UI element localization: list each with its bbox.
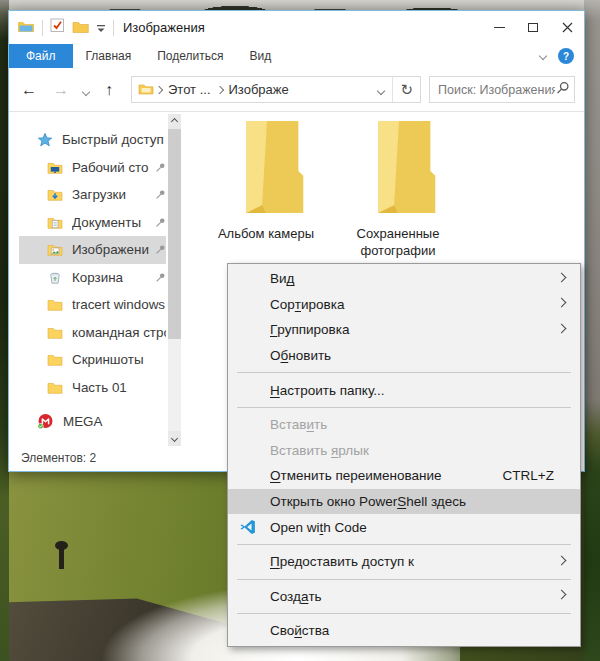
sidebar-item-recycle-bin[interactable]: Корзина — [19, 264, 166, 292]
menu-item-refresh[interactable]: Обновить — [228, 343, 580, 369]
tab-view[interactable]: Вид — [236, 44, 284, 68]
breadcrumb-this-pc[interactable]: Этот ... — [164, 82, 215, 97]
sidebar-item-part-01[interactable]: Часть 01 — [19, 374, 166, 402]
downloads-folder-icon — [47, 187, 63, 202]
maximize-icon — [528, 23, 538, 32]
menu-item-open-powershell[interactable]: Открыть окно PowerShell здесь — [228, 489, 580, 515]
folder-tile-saved-photos[interactable]: Сохраненные фотографии — [333, 116, 463, 259]
chevron-right-icon — [557, 272, 567, 282]
search-input[interactable] — [438, 83, 555, 97]
documents-folder-icon — [47, 215, 63, 230]
sidebar-item-desktop[interactable]: Рабочий сто — [19, 154, 166, 182]
address-bar[interactable]: Этот ... Изображе ↻ — [131, 76, 421, 103]
pin-icon — [155, 189, 166, 200]
chevron-right-icon — [557, 590, 567, 600]
pin-icon — [155, 217, 166, 228]
quick-access-star-icon — [37, 132, 53, 148]
menu-item-label: Предоставить доступ к — [270, 554, 414, 569]
menu-item-label: Сортировка — [270, 297, 344, 312]
chevron-up-icon — [171, 118, 178, 125]
up-button[interactable]: ↑ — [101, 78, 117, 102]
scrollbar-down-button[interactable] — [168, 431, 181, 446]
menu-separator — [237, 613, 571, 614]
menu-item-label: Вид — [270, 271, 294, 286]
folder-label: Сохраненные — [357, 225, 440, 242]
sidebar-item-pictures[interactable]: Изображени — [19, 236, 166, 264]
navigation-bar: ← → ↑ Этот ... Изображе ↻ — [9, 68, 584, 112]
sidebar-item-quick-access[interactable]: Быстрый доступ — [19, 126, 166, 154]
folder-icon — [47, 297, 63, 312]
chevron-down-icon — [171, 435, 178, 442]
minimize-button[interactable] — [482, 11, 516, 44]
address-folder-icon — [138, 82, 154, 98]
context-menu: Вид Сортировка Группировка Обновить Наст… — [227, 263, 581, 647]
pin-icon — [155, 162, 166, 173]
menu-item-new[interactable]: Создать — [228, 584, 580, 610]
tab-home[interactable]: Главная — [73, 44, 145, 68]
sidebar-item-screenshots[interactable]: Скриншоты — [19, 346, 166, 374]
vscode-icon — [239, 519, 256, 536]
sidebar-item-mega[interactable]: MEGA — [19, 408, 166, 436]
close-button[interactable] — [550, 11, 584, 44]
scrollbar-thumb[interactable] — [168, 129, 181, 339]
recent-locations-icon[interactable] — [83, 81, 89, 99]
folder-icon — [47, 325, 63, 340]
chevron-right-icon — [557, 555, 567, 565]
menu-item-view[interactable]: Вид — [228, 266, 580, 292]
menu-item-open-with-code[interactable]: Open with Code — [228, 514, 580, 540]
forward-button[interactable]: → — [49, 78, 73, 102]
menu-item-label: Открыть окно PowerShell здесь — [270, 494, 466, 509]
menu-item-label: Группировка — [270, 322, 349, 337]
breadcrumb-chevron-icon — [155, 85, 163, 93]
menu-item-label: Отменить переименование — [270, 468, 442, 483]
folder-icon — [47, 380, 63, 395]
menu-item-paste-shortcut: Вставить ярлык — [228, 438, 580, 464]
tab-share[interactable]: Поделиться — [144, 44, 236, 68]
maximize-button[interactable] — [516, 11, 550, 44]
refresh-icon[interactable]: ↻ — [393, 81, 420, 99]
items-count: Элементов: 2 — [21, 451, 96, 465]
scrollbar-up-button[interactable] — [168, 114, 181, 129]
search-icon[interactable] — [555, 81, 570, 99]
sidebar-item-komandnaya-stroka[interactable]: командная стро — [19, 319, 166, 347]
sidebar-item-tracert-windows[interactable]: tracert windows — [19, 291, 166, 319]
title-bar: Изображения — [9, 11, 584, 44]
quick-access-toolbar — [9, 18, 114, 37]
tab-file[interactable]: Файл — [9, 44, 73, 68]
breadcrumb-current-folder[interactable]: Изображе — [225, 82, 293, 97]
menu-separator — [237, 544, 571, 545]
desktop-folder-icon — [47, 160, 63, 175]
folder-tile-camera-album[interactable]: Альбом камеры — [201, 116, 331, 242]
window-title: Изображения — [123, 20, 205, 35]
back-button[interactable]: ← — [17, 78, 41, 102]
help-icon[interactable]: ? — [558, 48, 574, 64]
mega-icon — [37, 413, 54, 430]
sidebar-item-downloads[interactable]: Загрузки — [19, 181, 166, 209]
new-folder-icon[interactable] — [72, 19, 89, 37]
menu-separator — [237, 579, 571, 580]
menu-item-undo-rename[interactable]: Отменить переименование CTRL+Z — [228, 463, 580, 489]
menu-item-give-access[interactable]: Предоставить доступ к — [228, 549, 580, 575]
large-folder-icon — [221, 116, 311, 222]
menu-item-properties[interactable]: Свойства — [228, 618, 580, 644]
expand-ribbon-icon[interactable] — [539, 52, 547, 60]
menu-item-label: Создать — [270, 589, 322, 604]
menu-item-paste: Вставить — [228, 412, 580, 438]
address-dropdown-icon[interactable] — [370, 82, 392, 97]
folder-icon — [47, 352, 63, 367]
sidebar-item-documents[interactable]: Документы — [19, 209, 166, 237]
ribbon-tabs: Файл Главная Поделиться Вид ? — [9, 44, 584, 68]
menu-shortcut: CTRL+Z — [503, 468, 568, 483]
sidebar-scrollbar[interactable] — [168, 114, 181, 446]
menu-item-sort[interactable]: Сортировка — [228, 292, 580, 318]
menu-item-customize-folder[interactable]: Настроить папку... — [228, 377, 580, 403]
wallpaper-right-strip — [584, 0, 600, 661]
customize-toolbar-dropdown-icon[interactable] — [96, 19, 106, 37]
menu-item-group[interactable]: Группировка — [228, 317, 580, 343]
close-icon — [562, 22, 573, 33]
pin-icon — [155, 272, 166, 283]
menu-separator — [237, 372, 571, 373]
checkmark-icon[interactable] — [50, 18, 65, 37]
menu-separator — [237, 407, 571, 408]
search-box[interactable] — [429, 76, 575, 103]
